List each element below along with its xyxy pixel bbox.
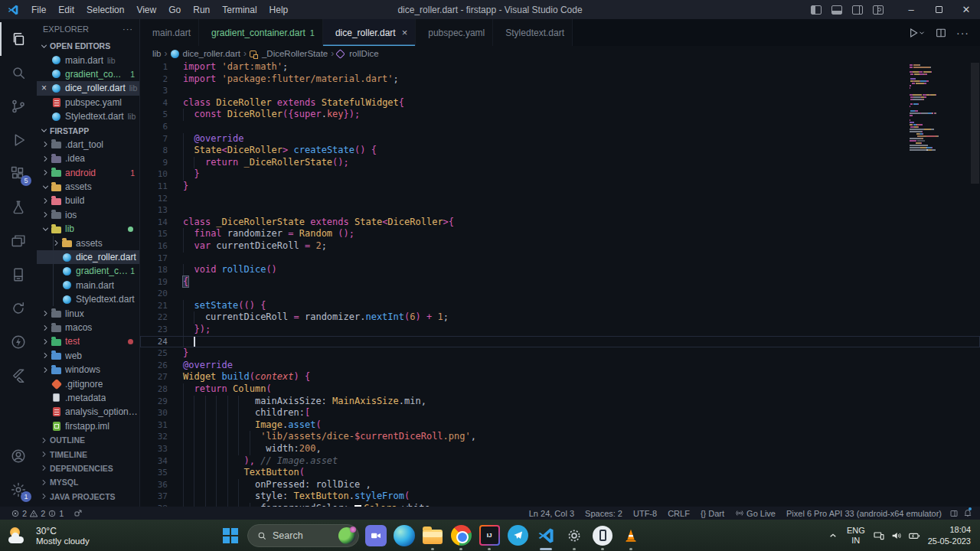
editor-layout-icon[interactable] <box>949 509 959 518</box>
tree-item--gitignore[interactable]: .gitignore <box>37 377 139 390</box>
close-icon[interactable]: × <box>41 83 51 93</box>
taskbar-phone-link[interactable] <box>591 524 614 547</box>
language-mode[interactable]: {} Dart <box>697 509 727 518</box>
open-editor-pubspec-yaml[interactable]: pubspec.yaml <box>37 96 139 109</box>
activity-flutter[interactable] <box>0 359 37 393</box>
tree-item-build[interactable]: build <box>37 194 139 207</box>
activity-source-control[interactable] <box>0 90 37 123</box>
taskbar-file-explorer[interactable] <box>421 524 444 547</box>
tree-item-ios[interactable]: ios <box>37 208 139 222</box>
cast-display-icon[interactable] <box>873 530 885 542</box>
run-status-icon[interactable] <box>70 509 86 518</box>
customize-layout-icon[interactable] <box>873 5 884 15</box>
tree-item-assets[interactable]: assets <box>37 180 139 194</box>
eol-sequence[interactable]: CRLF <box>665 509 693 518</box>
taskbar-vlc[interactable] <box>619 524 642 547</box>
tree-item-linux[interactable]: linux <box>37 306 139 320</box>
activity-account[interactable] <box>0 439 37 473</box>
taskbar-chrome[interactable] <box>449 524 472 547</box>
section-mysql[interactable]: MYSQL <box>37 475 139 489</box>
open-editors-header[interactable]: OPEN EDITORS <box>37 39 139 53</box>
taskbar-intellij[interactable]: IJ <box>478 524 501 547</box>
breadcrumb-item[interactable]: rollDice <box>349 49 378 58</box>
device-selector[interactable]: Pixel 6 Pro API 33 (android-x64 emulator… <box>783 509 945 518</box>
open-editor-dice-roller-dart[interactable]: ×dice_roller.dartlib <box>37 81 139 95</box>
toggle-panel-icon[interactable] <box>831 5 842 15</box>
cursor-position[interactable]: Ln 24, Col 3 <box>526 509 577 518</box>
tree-item-windows[interactable]: windows <box>37 363 139 377</box>
breadcrumb-item[interactable]: _DiceRollerState <box>262 49 328 58</box>
menu-edit[interactable]: Edit <box>52 2 80 18</box>
close-button[interactable]: ✕ <box>952 0 980 19</box>
activity-testing[interactable] <box>0 191 37 224</box>
taskbar-search[interactable]: Search <box>247 524 359 547</box>
menu-file[interactable]: File <box>25 2 52 18</box>
battery-icon[interactable] <box>908 530 920 542</box>
taskbar-edge[interactable] <box>393 524 416 547</box>
breadcrumb[interactable]: lib›dice_roller.dart›_DiceRollerState›ro… <box>140 46 980 61</box>
run-file-button[interactable] <box>907 27 926 39</box>
activity-thunder-client[interactable] <box>0 325 37 359</box>
menu-go[interactable]: Go <box>162 2 187 18</box>
explorer-more-icon[interactable]: ··· <box>122 24 133 34</box>
breadcrumb-item[interactable]: lib <box>152 49 162 58</box>
language-indicator[interactable]: ENG IN <box>847 526 865 545</box>
speaker-icon[interactable] <box>890 530 903 542</box>
taskbar-settings[interactable] <box>563 524 586 547</box>
go-live-button[interactable]: Go Live <box>732 509 779 518</box>
toggle-secondary-sidebar-icon[interactable] <box>852 5 863 15</box>
code-editor[interactable]: 1import 'dart:math';2import 'package:flu… <box>140 61 980 507</box>
activity-run-debug[interactable] <box>0 123 37 157</box>
activity-device-storage[interactable] <box>0 258 37 292</box>
tab-dice-roller-dart[interactable]: dice_roller.dart× <box>323 19 416 46</box>
taskbar-weather-widget[interactable]: 30°C Mostly cloudy <box>0 526 176 546</box>
tab-gradient-container-dart[interactable]: gradient_container.dart1 <box>199 19 323 46</box>
editor-more-icon[interactable]: ··· <box>956 27 969 39</box>
problems-indicator[interactable]: 2 2 1 <box>8 509 67 518</box>
tray-chevron-up-icon[interactable] <box>827 530 839 542</box>
taskbar-clock[interactable]: 18:04 25-05-2023 <box>928 524 971 546</box>
split-editor-icon[interactable] <box>935 27 947 39</box>
tree-item-firstapp-iml[interactable]: firstapp.iml <box>37 419 139 433</box>
minimap[interactable] <box>910 64 951 152</box>
menu-selection[interactable]: Selection <box>80 2 130 18</box>
section-dependencies[interactable]: DEPENDENCIES <box>37 461 139 475</box>
activity-sync[interactable] <box>0 292 37 325</box>
section-java-projects[interactable]: JAVA PROJECTS <box>37 490 139 504</box>
tree-item--metadata[interactable]: .metadata <box>37 391 139 405</box>
tree-item-web[interactable]: web <box>37 349 139 363</box>
open-editor-gradient-co-[interactable]: gradient_co...1 <box>37 67 139 81</box>
tree-item-main-dart[interactable]: main.dart <box>37 279 139 292</box>
tree-item-dice-roller-dart[interactable]: dice_roller.dart <box>37 250 139 264</box>
tab-pubspec-yaml[interactable]: pubspec.yaml <box>416 19 493 46</box>
tree-item-test[interactable]: test <box>37 334 139 348</box>
menu-help[interactable]: Help <box>263 2 295 18</box>
open-editor-main-dart[interactable]: main.dartlib <box>37 53 139 67</box>
project-header[interactable]: FIRSTAPP <box>37 123 139 137</box>
activity-search[interactable] <box>0 56 37 90</box>
tree-item--idea[interactable]: .idea <box>37 152 139 165</box>
close-tab-icon[interactable]: × <box>402 27 408 38</box>
breadcrumb-item[interactable]: dice_roller.dart <box>183 49 240 58</box>
tree-item-assets[interactable]: assets <box>37 236 139 249</box>
notifications-bell-icon[interactable] <box>963 508 972 519</box>
editor-scrollbar[interactable] <box>970 61 980 507</box>
tree-item-analysis-options-y-[interactable]: analysis_options.y... <box>37 405 139 419</box>
open-editor-styledtext-dart[interactable]: Styledtext.dartlib <box>37 109 139 123</box>
encoding[interactable]: UTF-8 <box>630 509 660 518</box>
menu-run[interactable]: Run <box>187 2 216 18</box>
activity-extensions[interactable]: 5 <box>0 157 37 191</box>
indentation[interactable]: Spaces: 2 <box>582 509 626 518</box>
maximize-button[interactable] <box>925 0 952 19</box>
toggle-sidebar-icon[interactable] <box>811 5 822 15</box>
start-button[interactable] <box>219 524 242 547</box>
taskbar-vscode[interactable] <box>534 524 557 547</box>
tree-item-styledtext-dart[interactable]: Styledtext.dart <box>37 292 139 306</box>
section-timeline[interactable]: TIMELINE <box>37 447 139 461</box>
taskbar-telegram[interactable] <box>506 524 529 547</box>
menu-view[interactable]: View <box>130 2 162 18</box>
tree-item--dart-tool[interactable]: .dart_tool <box>37 138 139 152</box>
tree-item-android[interactable]: android1 <box>37 166 139 180</box>
tab-styledtext-dart[interactable]: Styledtext.dart <box>493 19 573 46</box>
tree-item-lib[interactable]: lib <box>37 222 139 236</box>
